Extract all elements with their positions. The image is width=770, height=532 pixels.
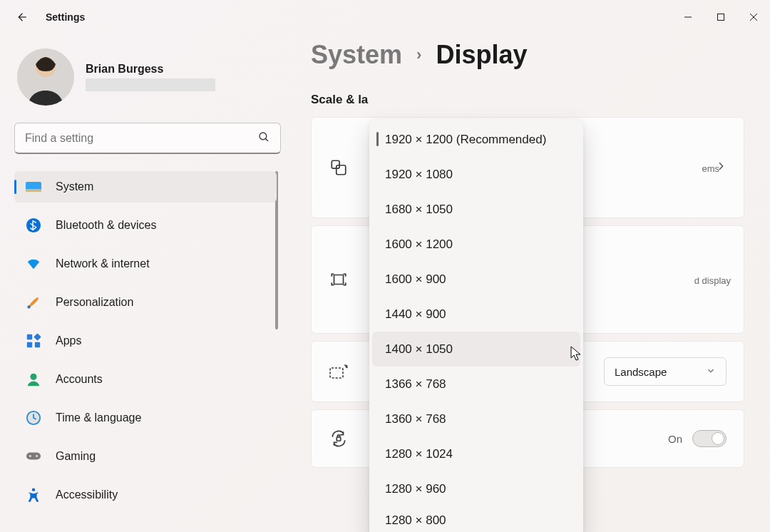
bluetooth-icon (26, 218, 41, 233)
resolution-option[interactable]: 1440 × 900 (372, 297, 580, 332)
user-name: Brian Burgess (86, 63, 215, 76)
nav-label: Network & internet (56, 257, 150, 270)
close-button[interactable] (737, 5, 770, 29)
search-box[interactable] (14, 123, 281, 154)
gamepad-icon (26, 449, 41, 464)
svg-rect-21 (334, 275, 344, 285)
user-profile[interactable]: Brian Burgess (14, 48, 277, 106)
resolution-option[interactable]: 1280 × 960 (372, 471, 580, 506)
chevron-right-icon (715, 160, 727, 175)
app-title: Settings (46, 11, 85, 23)
maximize-button[interactable] (704, 5, 737, 29)
chevron-right-icon: › (416, 46, 421, 64)
apps-icon (26, 333, 41, 349)
nav-item-accessibility[interactable]: Accessibility (14, 479, 277, 511)
resolution-option[interactable]: 1366 × 768 (372, 367, 580, 401)
paintbrush-icon (26, 295, 41, 310)
resolution-option[interactable]: 1600 × 900 (372, 262, 580, 297)
nav-item-gaming[interactable]: Gaming (14, 441, 277, 472)
svg-rect-8 (27, 334, 32, 339)
resolution-option[interactable]: 1680 × 1050 (372, 192, 580, 227)
svg-point-18 (32, 488, 35, 491)
resolution-option[interactable]: 1920 × 1080 (372, 157, 580, 192)
resolution-option[interactable]: 1360 × 768 (372, 401, 580, 436)
svg-rect-22 (330, 368, 343, 378)
svg-rect-9 (34, 333, 41, 340)
svg-rect-20 (337, 165, 346, 175)
nav-item-network[interactable]: Network & internet (14, 248, 277, 280)
nav-label: Personalization (56, 296, 133, 309)
section-label-scale-layout: Scale & la (311, 93, 744, 107)
rotation-lock-toggle[interactable]: On (668, 430, 727, 447)
resolution-option[interactable]: 1280 × 1024 (372, 436, 580, 471)
svg-point-7 (27, 305, 30, 308)
svg-rect-11 (35, 342, 40, 347)
titlebar: Settings (0, 0, 770, 34)
svg-point-12 (30, 374, 36, 380)
resolution-option[interactable]: 1920 × 1200 (Recommended) (372, 122, 580, 157)
resolution-option[interactable]: 1280 × 800 (372, 506, 580, 532)
wifi-icon (26, 256, 41, 272)
display-icon (26, 179, 41, 195)
nav-label: System (56, 180, 93, 193)
svg-rect-23 (337, 437, 340, 441)
back-button[interactable] (14, 10, 29, 24)
orientation-icon (329, 362, 349, 382)
scale-icon (329, 158, 349, 178)
nav-label: Time & language (56, 411, 141, 424)
nav-label: Accessibility (56, 488, 118, 501)
accessibility-icon (26, 487, 41, 503)
svg-point-16 (29, 455, 31, 457)
nav-item-time-language[interactable]: Time & language (14, 402, 277, 434)
page-title: Display (436, 40, 527, 70)
nav-label: Gaming (56, 450, 96, 463)
nav-item-system[interactable]: System (14, 171, 277, 203)
svg-rect-10 (27, 342, 32, 347)
nav-item-apps[interactable]: Apps (14, 325, 277, 357)
search-icon (257, 131, 270, 146)
nav: System Bluetooth & devices Network & int… (14, 171, 277, 518)
toggle-track (692, 430, 727, 447)
svg-rect-0 (718, 14, 724, 21)
toggle-state-label: On (668, 433, 682, 445)
svg-rect-19 (332, 160, 339, 168)
resolution-icon (329, 270, 349, 290)
nav-label: Bluetooth & devices (56, 219, 156, 232)
resolution-dropdown[interactable]: 1920 × 1200 (Recommended) 1920 × 1080 16… (369, 119, 583, 532)
breadcrumb: System › Display (311, 40, 744, 70)
chevron-down-icon (706, 366, 716, 378)
nav-item-accounts[interactable]: Accounts (14, 364, 277, 395)
rotation-lock-icon (329, 429, 349, 449)
minimize-button[interactable] (672, 5, 704, 29)
breadcrumb-parent[interactable]: System (311, 40, 402, 70)
resolution-option[interactable]: 1400 × 1050 (372, 332, 580, 367)
nav-item-bluetooth[interactable]: Bluetooth & devices (14, 210, 277, 241)
orientation-value: Landscape (615, 366, 667, 378)
orientation-select[interactable]: Landscape (604, 357, 727, 386)
clock-globe-icon (26, 410, 41, 426)
nav-label: Accounts (56, 373, 103, 386)
nav-item-personalization[interactable]: Personalization (14, 287, 277, 318)
sidebar: Brian Burgess System Bluetooth & devices (0, 34, 285, 532)
window-controls (672, 5, 770, 29)
search-input[interactable] (25, 132, 239, 145)
avatar (17, 48, 74, 106)
svg-point-17 (36, 455, 38, 457)
svg-rect-5 (26, 189, 41, 192)
user-email-redacted (86, 78, 215, 91)
nav-label: Apps (56, 334, 81, 347)
resolution-option[interactable]: 1600 × 1200 (372, 227, 580, 262)
person-icon (26, 372, 41, 387)
svg-rect-15 (26, 453, 41, 460)
